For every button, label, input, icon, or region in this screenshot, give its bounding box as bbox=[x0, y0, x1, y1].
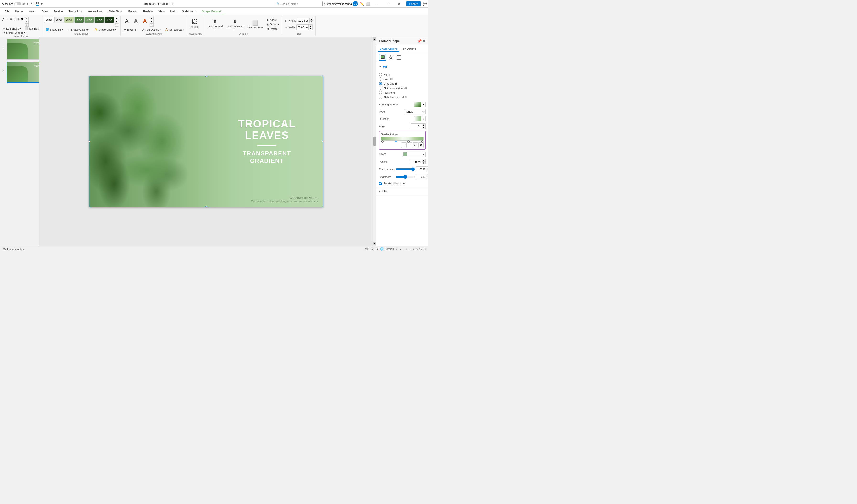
tab-home[interactable]: Home bbox=[12, 9, 26, 15]
save-icon[interactable]: 💾 bbox=[35, 2, 39, 6]
redo-icon[interactable]: ↪ bbox=[31, 2, 34, 6]
customize-icon[interactable]: ▾ bbox=[41, 2, 43, 6]
scroll-down-button[interactable]: ▼ bbox=[373, 242, 376, 245]
edit-shape-button[interactable]: ✏ Edit Shape ▾ bbox=[2, 27, 22, 31]
wordart-color[interactable]: A bbox=[140, 17, 149, 26]
shapes-scroll-down[interactable]: ▼ bbox=[25, 20, 29, 23]
height-field[interactable] bbox=[298, 18, 309, 23]
wordart-scroll-down[interactable]: ▼ bbox=[150, 20, 153, 23]
transparency-up[interactable]: ▲ bbox=[426, 167, 428, 169]
dropdown-arrow[interactable]: ▾ bbox=[172, 3, 173, 5]
text-outline-button[interactable]: A Text Outline ▾ bbox=[141, 27, 162, 32]
brightness-spinner[interactable]: ▲ ▼ bbox=[416, 174, 428, 180]
zoom-slider[interactable]: ━━●━━ bbox=[403, 248, 411, 251]
shape-style-2[interactable]: Abc bbox=[54, 17, 64, 23]
shapes-expand[interactable]: ▾ bbox=[25, 23, 29, 27]
style-expand[interactable]: ▾ bbox=[115, 23, 118, 27]
angle-up[interactable]: ▲ bbox=[422, 123, 425, 126]
preset-gradient-dropdown[interactable]: ▾ bbox=[422, 102, 426, 107]
scroll-up-button[interactable]: ▲ bbox=[373, 37, 376, 41]
width-spinner[interactable]: ▲ ▼ bbox=[296, 24, 313, 30]
shapes-scroll-up[interactable]: ▲ bbox=[25, 17, 29, 20]
tab-slideshow[interactable]: Slide Show bbox=[105, 9, 125, 15]
reset-stops-button[interactable]: ↺ bbox=[418, 142, 424, 148]
arrow-shape-icon[interactable]: → bbox=[5, 17, 9, 27]
handle-bottom-center[interactable] bbox=[205, 206, 207, 207]
brightness-slider[interactable] bbox=[396, 175, 415, 179]
tab-design[interactable]: Design bbox=[51, 9, 66, 15]
shape-style-1[interactable]: Abc bbox=[44, 17, 54, 23]
tab-view[interactable]: View bbox=[155, 9, 167, 15]
rotate-with-shape-checkbox[interactable] bbox=[379, 182, 382, 185]
gradient-fill-radio[interactable] bbox=[379, 82, 382, 85]
selection-pane-button[interactable]: ⬜ Selection Pane bbox=[246, 19, 265, 30]
shape-style-6[interactable]: Abc bbox=[95, 17, 104, 23]
wordart-scroll-up[interactable]: ▲ bbox=[150, 17, 153, 20]
fill-line-icon-btn[interactable] bbox=[379, 54, 386, 61]
wordart-plain[interactable]: A bbox=[122, 17, 131, 26]
vertical-scrollbar[interactable]: ▲ ▼ bbox=[372, 37, 376, 246]
shape-effects-button[interactable]: ✨ Shape Effects ▾ bbox=[93, 28, 118, 32]
accessibility-check[interactable]: ✓ bbox=[396, 248, 398, 251]
alt-text-button[interactable]: 🖼 Alt Text bbox=[189, 17, 200, 30]
width-up[interactable]: ▲ bbox=[308, 24, 312, 27]
panel-pin-icon[interactable]: 📌 bbox=[418, 39, 422, 43]
transparency-down[interactable]: ▼ bbox=[426, 169, 428, 172]
no-fill-radio[interactable] bbox=[379, 73, 382, 76]
notes-hint[interactable]: Click to add notes bbox=[3, 248, 24, 251]
user-info[interactable]: Gumpelmeyer Johanna GJ bbox=[324, 1, 358, 6]
gradient-bar[interactable] bbox=[381, 137, 424, 140]
circle-shape-icon[interactable]: ○ bbox=[17, 17, 20, 27]
style-scroll-down[interactable]: ▼ bbox=[115, 20, 118, 23]
direction-dropdown[interactable]: ▾ bbox=[422, 116, 426, 121]
shape-style-4[interactable]: Abc bbox=[74, 17, 84, 23]
height-spinner[interactable]: ▲ ▼ bbox=[297, 18, 314, 23]
tab-help[interactable]: Help bbox=[167, 9, 179, 15]
shape-style-7[interactable]: Abc bbox=[104, 17, 114, 23]
shape-style-5[interactable]: Abc bbox=[84, 17, 94, 23]
width-down[interactable]: ▼ bbox=[308, 27, 312, 30]
text-box-button[interactable]: ⬜ Text Box bbox=[23, 27, 40, 31]
preset-gradient-preview[interactable] bbox=[414, 102, 421, 107]
position-spinner[interactable]: ▲ ▼ bbox=[410, 159, 426, 165]
merge-shapes-button[interactable]: ⊕ Merge Shapes ▾ bbox=[2, 31, 27, 35]
more-shapes-icon[interactable]: ⬟ bbox=[20, 17, 24, 27]
search-input[interactable] bbox=[281, 2, 317, 5]
layout-icon-btn[interactable] bbox=[395, 54, 402, 61]
ribbon-collapse-icon[interactable]: ⬜ bbox=[366, 2, 370, 6]
tab-animations[interactable]: Animations bbox=[85, 9, 105, 15]
line-section-header[interactable]: ▶ Line bbox=[376, 188, 428, 195]
close-button[interactable]: ✕ bbox=[394, 1, 404, 6]
reverse-stops-button[interactable]: ⇄ bbox=[413, 142, 418, 148]
style-scroll-up[interactable]: ▲ bbox=[115, 17, 118, 20]
scroll-thumb[interactable] bbox=[373, 136, 376, 146]
pattern-fill-radio[interactable] bbox=[379, 91, 382, 94]
rotate-button[interactable]: ↺ Rotate ▾ bbox=[266, 27, 281, 31]
minimize-button[interactable]: ─ bbox=[372, 1, 382, 6]
effects-icon-btn[interactable] bbox=[387, 54, 394, 61]
slide-canvas[interactable]: TROPICAL LEAVES TRANSPARENT GRADIENT bbox=[89, 75, 323, 207]
zoom-out-button[interactable]: - bbox=[400, 248, 401, 251]
height-up[interactable]: ▲ bbox=[309, 18, 313, 20]
autosave-switch[interactable] bbox=[14, 2, 21, 5]
tab-insert[interactable]: Insert bbox=[26, 9, 38, 15]
wordart-shadow[interactable]: A bbox=[132, 17, 140, 26]
share-button[interactable]: ↑ Share bbox=[406, 1, 421, 6]
panel-close-button[interactable]: ✕ bbox=[422, 39, 426, 43]
height-down[interactable]: ▼ bbox=[309, 20, 313, 23]
wordart-expand[interactable]: ▾ bbox=[150, 23, 153, 27]
add-stop-button[interactable]: + bbox=[401, 142, 406, 148]
transparency-slider[interactable] bbox=[396, 167, 415, 171]
tab-file[interactable]: File bbox=[2, 9, 12, 15]
brightness-down[interactable]: ▼ bbox=[426, 177, 428, 180]
text-effects-button[interactable]: A Text Effects ▾ bbox=[164, 27, 185, 32]
angle-spinner[interactable]: ▲ ▼ bbox=[410, 123, 426, 129]
transparency-field[interactable] bbox=[416, 167, 426, 172]
tab-shape-format[interactable]: Shape Format bbox=[199, 9, 224, 15]
picture-fill-radio[interactable] bbox=[379, 86, 382, 90]
color-button[interactable] bbox=[402, 152, 421, 157]
tab-slidelizard[interactable]: SlideLizard bbox=[179, 9, 199, 15]
language-indicator[interactable]: 🌐 German bbox=[380, 248, 394, 251]
text-fill-button[interactable]: A Text Fill ▾ bbox=[122, 27, 139, 32]
bring-forward-button[interactable]: ⬆ Bring Forward ▾ bbox=[206, 18, 224, 31]
